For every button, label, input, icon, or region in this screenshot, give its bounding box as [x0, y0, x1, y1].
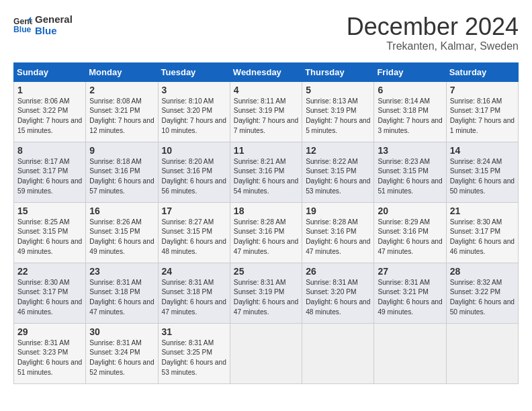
- day-number: 21: [450, 205, 515, 216]
- cell-info: Sunrise: 8:31 AMSunset: 3:18 PMDaylight:…: [89, 279, 154, 316]
- day-number: 4: [234, 85, 298, 95]
- cell-info: Sunrise: 8:08 AMSunset: 3:21 PMDaylight:…: [89, 97, 154, 134]
- calendar-cell: 21Sunrise: 8:30 AMSunset: 3:17 PMDayligh…: [446, 202, 518, 263]
- week-row-1: 1Sunrise: 8:06 AMSunset: 3:22 PMDaylight…: [14, 81, 519, 142]
- calendar-cell: 17Sunrise: 8:27 AMSunset: 3:15 PMDayligh…: [158, 202, 230, 263]
- cell-info: Sunrise: 8:29 AMSunset: 3:16 PMDaylight:…: [378, 218, 442, 255]
- calendar-cell: 16Sunrise: 8:26 AMSunset: 3:15 PMDayligh…: [86, 202, 158, 263]
- cell-info: Sunrise: 8:31 AMSunset: 3:19 PMDaylight:…: [234, 279, 298, 316]
- day-number: 20: [378, 205, 442, 216]
- cell-info: Sunrise: 8:18 AMSunset: 3:16 PMDaylight:…: [89, 158, 154, 195]
- weekday-header-wednesday: Wednesday: [230, 62, 302, 81]
- page-header: General Blue General Blue December 2024 …: [13, 13, 519, 52]
- cell-info: Sunrise: 8:10 AMSunset: 3:20 PMDaylight:…: [162, 97, 226, 134]
- calendar-cell: 26Sunrise: 8:31 AMSunset: 3:20 PMDayligh…: [302, 263, 374, 323]
- calendar-cell: 12Sunrise: 8:22 AMSunset: 3:15 PMDayligh…: [302, 142, 374, 202]
- logo-line2: Blue: [35, 25, 73, 36]
- week-row-2: 8Sunrise: 8:17 AMSunset: 3:17 PMDaylight…: [14, 142, 519, 202]
- weekday-header-friday: Friday: [374, 62, 446, 81]
- cell-info: Sunrise: 8:31 AMSunset: 3:23 PMDaylight:…: [17, 339, 82, 376]
- logo-line1: General: [35, 13, 73, 25]
- cell-info: Sunrise: 8:28 AMSunset: 3:16 PMDaylight:…: [234, 218, 298, 255]
- day-number: 17: [162, 205, 226, 216]
- calendar-cell: 7Sunrise: 8:16 AMSunset: 3:17 PMDaylight…: [446, 81, 518, 142]
- calendar-header-row: SundayMondayTuesdayWednesdayThursdayFrid…: [14, 62, 519, 81]
- cell-info: Sunrise: 8:27 AMSunset: 3:15 PMDaylight:…: [162, 218, 226, 255]
- calendar-cell: [230, 323, 302, 383]
- day-number: 26: [306, 266, 370, 277]
- day-number: 9: [89, 145, 154, 156]
- calendar-cell: 27Sunrise: 8:31 AMSunset: 3:21 PMDayligh…: [374, 263, 446, 323]
- day-number: 10: [162, 145, 226, 156]
- cell-info: Sunrise: 8:24 AMSunset: 3:15 PMDaylight:…: [450, 158, 515, 195]
- calendar-cell: 15Sunrise: 8:25 AMSunset: 3:15 PMDayligh…: [14, 202, 86, 263]
- calendar-cell: 28Sunrise: 8:32 AMSunset: 3:22 PMDayligh…: [446, 263, 518, 323]
- calendar-cell: 10Sunrise: 8:20 AMSunset: 3:16 PMDayligh…: [158, 142, 230, 202]
- day-number: 29: [17, 326, 82, 337]
- cell-info: Sunrise: 8:16 AMSunset: 3:17 PMDaylight:…: [450, 97, 515, 134]
- month-title: December 2024: [347, 13, 519, 40]
- week-row-3: 15Sunrise: 8:25 AMSunset: 3:15 PMDayligh…: [14, 202, 519, 263]
- day-number: 22: [17, 266, 82, 277]
- cell-info: Sunrise: 8:25 AMSunset: 3:15 PMDaylight:…: [17, 218, 82, 255]
- cell-info: Sunrise: 8:22 AMSunset: 3:15 PMDaylight:…: [306, 158, 370, 195]
- calendar-cell: 6Sunrise: 8:14 AMSunset: 3:18 PMDaylight…: [374, 81, 446, 142]
- cell-info: Sunrise: 8:32 AMSunset: 3:22 PMDaylight:…: [450, 279, 515, 316]
- cell-info: Sunrise: 8:23 AMSunset: 3:15 PMDaylight:…: [378, 158, 442, 195]
- calendar-cell: 24Sunrise: 8:31 AMSunset: 3:18 PMDayligh…: [158, 263, 230, 323]
- day-number: 31: [162, 326, 226, 337]
- calendar-cell: 9Sunrise: 8:18 AMSunset: 3:16 PMDaylight…: [86, 142, 158, 202]
- calendar-cell: 22Sunrise: 8:30 AMSunset: 3:17 PMDayligh…: [14, 263, 86, 323]
- cell-info: Sunrise: 8:30 AMSunset: 3:17 PMDaylight:…: [17, 279, 82, 316]
- weekday-header-tuesday: Tuesday: [158, 62, 230, 81]
- day-number: 27: [378, 266, 442, 277]
- cell-info: Sunrise: 8:13 AMSunset: 3:19 PMDaylight:…: [306, 97, 370, 134]
- weekday-header-sunday: Sunday: [14, 62, 86, 81]
- day-number: 19: [306, 205, 370, 216]
- calendar-cell: 11Sunrise: 8:21 AMSunset: 3:16 PMDayligh…: [230, 142, 302, 202]
- calendar-table: SundayMondayTuesdayWednesdayThursdayFrid…: [13, 62, 519, 384]
- day-number: 25: [234, 266, 298, 277]
- day-number: 6: [378, 85, 442, 95]
- cell-info: Sunrise: 8:17 AMSunset: 3:17 PMDaylight:…: [17, 158, 82, 195]
- cell-info: Sunrise: 8:31 AMSunset: 3:21 PMDaylight:…: [378, 279, 442, 316]
- calendar-cell: 14Sunrise: 8:24 AMSunset: 3:15 PMDayligh…: [446, 142, 518, 202]
- calendar-cell: 2Sunrise: 8:08 AMSunset: 3:21 PMDaylight…: [86, 81, 158, 142]
- calendar-cell: 20Sunrise: 8:29 AMSunset: 3:16 PMDayligh…: [374, 202, 446, 263]
- cell-info: Sunrise: 8:11 AMSunset: 3:19 PMDaylight:…: [234, 97, 298, 134]
- title-block: December 2024 Trekanten, Kalmar, Sweden: [347, 13, 519, 52]
- calendar-cell: 19Sunrise: 8:28 AMSunset: 3:16 PMDayligh…: [302, 202, 374, 263]
- day-number: 13: [378, 145, 442, 156]
- day-number: 30: [89, 326, 154, 337]
- day-number: 5: [306, 85, 370, 95]
- calendar-cell: 13Sunrise: 8:23 AMSunset: 3:15 PMDayligh…: [374, 142, 446, 202]
- cell-info: Sunrise: 8:30 AMSunset: 3:17 PMDaylight:…: [450, 218, 515, 255]
- day-number: 14: [450, 145, 515, 156]
- day-number: 15: [17, 205, 82, 216]
- day-number: 28: [450, 266, 515, 277]
- day-number: 3: [162, 85, 226, 95]
- calendar-body: 1Sunrise: 8:06 AMSunset: 3:22 PMDaylight…: [14, 81, 519, 383]
- calendar-cell: 4Sunrise: 8:11 AMSunset: 3:19 PMDaylight…: [230, 81, 302, 142]
- week-row-4: 22Sunrise: 8:30 AMSunset: 3:17 PMDayligh…: [14, 263, 519, 323]
- cell-info: Sunrise: 8:21 AMSunset: 3:16 PMDaylight:…: [234, 158, 298, 195]
- svg-text:Blue: Blue: [13, 25, 32, 34]
- calendar-cell: 1Sunrise: 8:06 AMSunset: 3:22 PMDaylight…: [14, 81, 86, 142]
- day-number: 1: [17, 85, 82, 95]
- day-number: 16: [89, 205, 154, 216]
- cell-info: Sunrise: 8:28 AMSunset: 3:16 PMDaylight:…: [306, 218, 370, 255]
- day-number: 12: [306, 145, 370, 156]
- logo-icon: General Blue: [13, 15, 32, 34]
- calendar-cell: [302, 323, 374, 383]
- cell-info: Sunrise: 8:06 AMSunset: 3:22 PMDaylight:…: [17, 97, 82, 134]
- day-number: 8: [17, 145, 82, 156]
- calendar-cell: 29Sunrise: 8:31 AMSunset: 3:23 PMDayligh…: [14, 323, 86, 383]
- day-number: 7: [450, 85, 515, 95]
- weekday-header-monday: Monday: [86, 62, 158, 81]
- week-row-5: 29Sunrise: 8:31 AMSunset: 3:23 PMDayligh…: [14, 323, 519, 383]
- day-number: 24: [162, 266, 226, 277]
- calendar-cell: 3Sunrise: 8:10 AMSunset: 3:20 PMDaylight…: [158, 81, 230, 142]
- calendar-cell: 23Sunrise: 8:31 AMSunset: 3:18 PMDayligh…: [86, 263, 158, 323]
- cell-info: Sunrise: 8:26 AMSunset: 3:15 PMDaylight:…: [89, 218, 154, 255]
- day-number: 18: [234, 205, 298, 216]
